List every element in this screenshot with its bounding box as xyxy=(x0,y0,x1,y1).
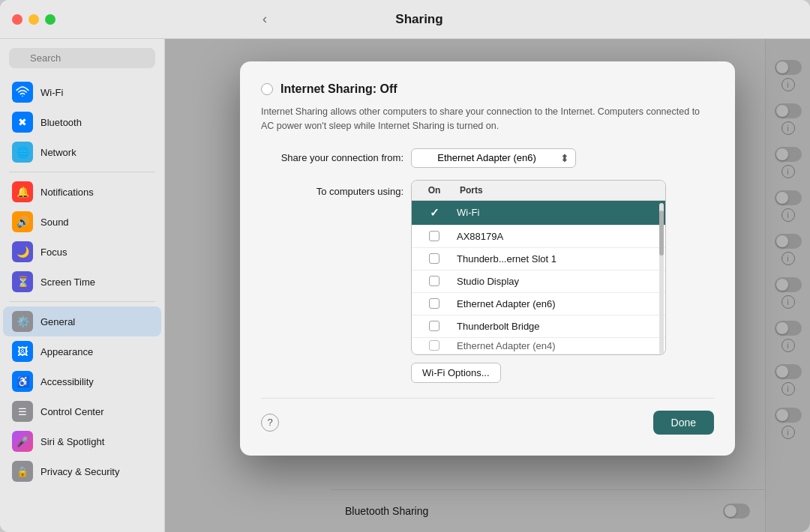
main-window: ‹ Sharing 🔍 Wi-Fi ✖ xyxy=(0,0,810,532)
wifi-icon xyxy=(12,82,33,103)
wifi-options-container: Wi-Fi Options... xyxy=(411,363,666,383)
share-from-row: Share your connection from: Ethernet Ada… xyxy=(261,148,714,168)
internet-sharing-modal: Internet Sharing: Off Internet Sharing a… xyxy=(240,61,735,456)
ports-check-cell-thunderbolt xyxy=(412,253,457,264)
ports-row-ethernet-en4[interactable]: Ethernet Adapter (en4) xyxy=(412,338,665,354)
scrollbar-thumb[interactable] xyxy=(659,211,664,256)
focus-icon: 🌙 xyxy=(12,241,33,262)
ports-row-ax88179a[interactable]: AX88179A xyxy=(412,226,665,248)
close-button[interactable] xyxy=(12,14,22,25)
ports-header-on: On xyxy=(412,185,457,196)
share-from-select[interactable]: Ethernet Adapter (en6) ⬍ xyxy=(411,148,576,168)
ports-row-wifi[interactable]: ✓ Wi-Fi xyxy=(412,201,665,226)
ports-row-thunderbolt-bridge[interactable]: Thunderbolt Bridge xyxy=(412,315,665,338)
ports-row-label-en4: Ethernet Adapter (en4) xyxy=(457,340,556,351)
search-wrapper: 🔍 xyxy=(9,48,155,68)
network-icon: 🌐 xyxy=(12,142,33,163)
ports-row-studio-display[interactable]: Studio Display xyxy=(412,270,665,293)
page-title: Sharing xyxy=(395,12,442,27)
window-controls xyxy=(12,14,56,25)
accessibility-icon: ♿ xyxy=(12,371,33,392)
maximize-button[interactable] xyxy=(45,14,56,25)
ports-row-label-thunderbolt: Thunderb...ernet Slot 1 xyxy=(457,253,556,265)
sidebar-divider-1 xyxy=(9,172,155,172)
ports-row-label-tb-bridge: Thunderbolt Bridge xyxy=(457,321,540,332)
ports-table: On Ports ✓ Wi-Fi xyxy=(411,180,666,355)
sidebar-item-label-focus: Focus xyxy=(40,247,67,258)
modal-header: Internet Sharing: Off xyxy=(261,82,714,96)
checkbox-thunderbolt[interactable] xyxy=(429,253,440,264)
controlcenter-icon: ☰ xyxy=(12,401,33,422)
ports-check-cell-studio xyxy=(412,276,457,286)
sidebar-item-sound[interactable]: 🔊 Sound xyxy=(3,207,161,237)
help-button[interactable]: ? xyxy=(261,414,279,432)
ports-check-cell-en4 xyxy=(412,340,457,351)
sidebar-item-general[interactable]: ⚙️ General xyxy=(3,306,161,336)
internet-sharing-radio[interactable] xyxy=(261,83,273,95)
search-container: 🔍 xyxy=(0,48,164,77)
search-input[interactable] xyxy=(9,48,155,68)
ports-check-cell-en6 xyxy=(412,298,457,309)
sidebar-item-wifi[interactable]: Wi-Fi xyxy=(3,77,161,107)
notifications-icon: 🔔 xyxy=(12,181,33,202)
modal-overlay: Internet Sharing: Off Internet Sharing a… xyxy=(165,39,810,532)
checkbox-en6[interactable] xyxy=(429,298,440,309)
sidebar-item-label-screentime: Screen Time xyxy=(40,276,95,288)
content-area: 🔍 Wi-Fi ✖ Bluetooth 🌐 Ne xyxy=(0,39,810,532)
checkbox-ax88179a[interactable] xyxy=(429,231,440,241)
ports-header-ports: Ports xyxy=(457,185,483,196)
to-computers-label: To computers using: xyxy=(261,180,404,197)
sidebar-item-screentime[interactable]: ⏳ Screen Time xyxy=(3,267,161,297)
sidebar-item-appearance[interactable]: 🖼 Appearance xyxy=(3,336,161,366)
sidebar-item-label-accessibility: Accessibility xyxy=(40,376,94,387)
screentime-icon: ⏳ xyxy=(12,271,33,292)
sidebar-item-label-bluetooth: Bluetooth xyxy=(40,117,82,128)
select-arrows-icon: ⬍ xyxy=(560,152,569,164)
minimize-button[interactable] xyxy=(28,14,39,25)
ports-header: On Ports xyxy=(412,181,665,201)
siri-icon: 🎤 xyxy=(12,431,33,452)
ports-row-ethernet-en6[interactable]: Ethernet Adapter (en6) xyxy=(412,293,665,315)
bluetooth-icon: ✖ xyxy=(12,112,33,133)
back-button[interactable]: ‹ xyxy=(262,11,267,27)
sidebar-item-focus[interactable]: 🌙 Focus xyxy=(3,237,161,267)
sidebar-item-accessibility[interactable]: ♿ Accessibility xyxy=(3,366,161,396)
sidebar-item-label-privacy: Privacy & Security xyxy=(40,466,119,477)
sidebar-item-privacy[interactable]: 🔒 Privacy & Security xyxy=(3,456,161,486)
modal-title: Internet Sharing: Off xyxy=(280,82,398,96)
ports-row-label-studio: Studio Display xyxy=(457,276,519,287)
sidebar-item-notifications[interactable]: 🔔 Notifications xyxy=(3,177,161,207)
to-computers-row: To computers using: On Ports xyxy=(261,180,714,383)
ports-check-cell-ax88179a xyxy=(412,231,457,241)
sidebar-item-network[interactable]: 🌐 Network xyxy=(3,137,161,167)
ports-row-label-en6: Ethernet Adapter (en6) xyxy=(457,298,556,309)
ports-row-label-ax88179a: AX88179A xyxy=(457,231,503,242)
title-bar: ‹ Sharing xyxy=(0,0,810,39)
sidebar-item-label-appearance: Appearance xyxy=(40,346,93,357)
wifi-options-button[interactable]: Wi-Fi Options... xyxy=(411,363,501,383)
sidebar-item-label-controlcenter: Control Center xyxy=(40,406,104,417)
done-button[interactable]: Done xyxy=(653,411,714,435)
checkbox-tb-bridge[interactable] xyxy=(429,321,440,331)
sidebar-divider-2 xyxy=(9,301,155,302)
general-icon: ⚙️ xyxy=(12,311,33,332)
main-content: Bluetooth Sharing i xyxy=(165,39,810,532)
privacy-icon: 🔒 xyxy=(12,461,33,482)
ports-section: On Ports ✓ Wi-Fi xyxy=(411,180,666,383)
sidebar-item-controlcenter[interactable]: ☰ Control Center xyxy=(3,396,161,426)
ports-row-thunderbolt-ethernet[interactable]: Thunderb...ernet Slot 1 xyxy=(412,248,665,270)
checkbox-studio[interactable] xyxy=(429,276,440,286)
share-from-value: Ethernet Adapter (en6) xyxy=(418,152,556,163)
sidebar-item-siri[interactable]: 🎤 Siri & Spotlight xyxy=(3,426,161,456)
share-from-label: Share your connection from: xyxy=(261,152,404,163)
ports-check-cell-wifi: ✓ xyxy=(412,206,457,220)
sidebar-item-label-wifi: Wi-Fi xyxy=(40,87,63,98)
appearance-icon: 🖼 xyxy=(12,341,33,362)
sidebar-item-label-general: General xyxy=(40,316,75,327)
sidebar-item-bluetooth[interactable]: ✖ Bluetooth xyxy=(3,107,161,137)
checkmark-icon-wifi: ✓ xyxy=(430,206,440,220)
checkbox-en4[interactable] xyxy=(429,340,440,351)
sidebar-item-label-sound: Sound xyxy=(40,217,69,228)
sound-icon: 🔊 xyxy=(12,211,33,232)
scrollbar-track xyxy=(659,203,664,354)
